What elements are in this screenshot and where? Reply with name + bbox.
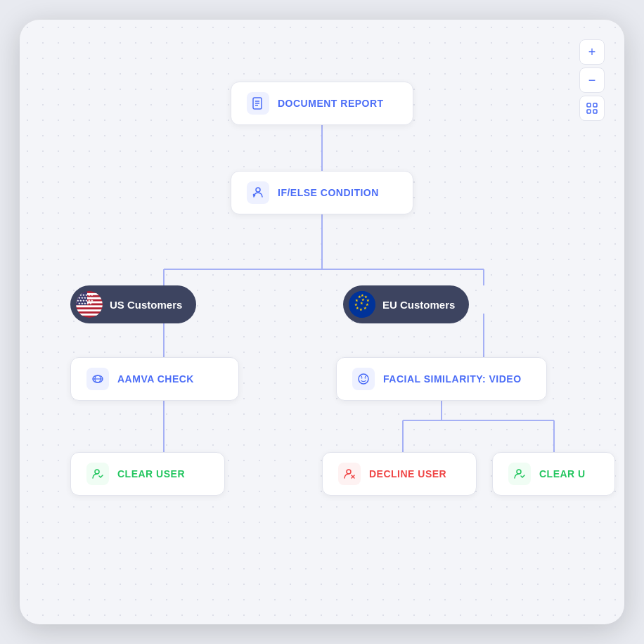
svg-point-60 [517,470,521,474]
fit-button[interactable] [579,96,605,121]
decline-user-label: DECLINE USER [369,468,446,479]
svg-point-57 [347,470,351,474]
clear-user-left-icon [86,463,109,485]
eu-customers-pill[interactable]: ★ ★ ★ ★ ★ ★ ★ ★ ★ ★ ★ ★ EU Custo [343,285,469,323]
clear-user-left-label: CLEAR USER [117,468,185,479]
us-flag-icon: ★★★★★★ ★★★★★ ★★★★★★ ★★★★★ [76,291,103,318]
facial-label: FACIAL SIMILARITY: VIDEO [383,373,522,385]
svg-point-56 [95,470,99,474]
ifelse-label: IF/ELSE CONDITION [278,187,379,198]
eu-customers-label: EU Customers [382,299,455,311]
zoom-in-button[interactable]: + [579,39,605,65]
zoom-controls: + − [579,39,605,121]
svg-text:★★★★★: ★★★★★ [78,302,92,305]
clear-user-right-node[interactable]: CLEAR U [492,452,615,496]
ifelse-condition-node[interactable]: IF/ELSE CONDITION [231,171,413,214]
us-customers-label: US Customers [110,299,182,311]
document-report-label: DOCUMENT REPORT [278,98,384,109]
svg-rect-0 [587,103,591,107]
eu-flag-icon: ★ ★ ★ ★ ★ ★ ★ ★ ★ ★ ★ ★ [349,291,375,318]
decline-user-node[interactable]: DECLINE USER [322,452,477,496]
aamva-label: AAMVA CHECK [117,373,194,385]
svg-rect-28 [76,305,103,307]
document-report-node[interactable]: DOCUMENT REPORT [231,82,413,125]
svg-rect-29 [76,309,103,311]
aamva-icon [86,368,109,390]
facial-icon [352,368,375,390]
svg-point-55 [365,378,366,379]
us-customers-pill[interactable]: ★★★★★★ ★★★★★ ★★★★★★ ★★★★★ US Customers [70,285,196,323]
facial-similarity-node[interactable]: FACIAL SIMILARITY: VIDEO [336,357,547,401]
clear-user-left-node[interactable]: CLEAR USER [70,452,225,496]
workflow-canvas: + − [20,20,624,624]
svg-rect-3 [593,110,597,113]
svg-rect-2 [587,110,591,113]
document-report-icon [247,92,269,115]
aamva-check-node[interactable]: AAMVA CHECK [70,357,239,401]
svg-rect-30 [76,314,103,316]
zoom-out-button[interactable]: − [579,67,605,93]
clear-user-right-label: CLEAR U [539,468,586,479]
clear-user-right-icon [508,463,531,485]
ifelse-icon [247,181,269,204]
svg-point-20 [256,188,260,192]
svg-point-54 [361,378,363,379]
svg-rect-1 [593,103,597,107]
decline-user-icon [338,463,361,485]
